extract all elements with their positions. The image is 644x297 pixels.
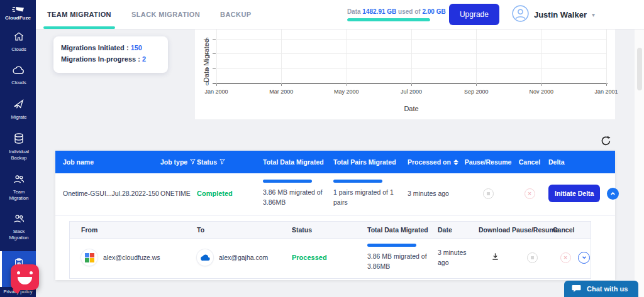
sidebar-item-individual-backup[interactable]: Individual Backup — [0, 127, 36, 166]
app-window: CloudFuze Clouds Clouds Migrate Individu… — [0, 0, 644, 297]
tab-backup[interactable]: BACKUP — [220, 0, 251, 29]
pairs-progress-bar — [333, 180, 382, 183]
x-tick-mark — [541, 84, 542, 86]
y-gridline — [216, 68, 606, 69]
col-from: From — [81, 226, 197, 234]
data-migrated-chart: Data Migrated 0246 Jan 2000Mar 2000May 2… — [195, 30, 615, 119]
x-gridline — [347, 30, 347, 84]
user-menu[interactable]: Justin Walker ▾ — [512, 5, 595, 24]
migration-stats-card: Migrations Initiated : 150 Migrations In… — [53, 36, 168, 73]
pause-resume-button[interactable] — [527, 252, 538, 263]
data-progress-bar — [263, 180, 312, 183]
refresh-button[interactable] — [597, 134, 614, 150]
filter-icon[interactable] — [219, 158, 225, 166]
usage-used: 1482.91 GB — [362, 8, 396, 15]
pairs-table-header: From To Status Total Data Migrated Date … — [70, 222, 591, 239]
cancel-button[interactable]: ✕ — [525, 188, 535, 199]
sidebar-item-clouds-home[interactable]: Clouds — [0, 26, 36, 58]
table-row: alex@cloudfuze.ws alex@gajha.com Process… — [70, 239, 591, 278]
migrations-inprogress: Migrations In-progress : 2 — [61, 55, 160, 63]
y-tick-mark — [213, 68, 216, 69]
delta-cell: Initiate Delta — [548, 185, 619, 202]
sidebar-item-label: Clouds — [11, 80, 26, 86]
migrations-initiated-value: 150 — [131, 44, 142, 51]
users-icon — [13, 214, 25, 226]
pairs-progress-text: 1 pairs migrated of 1 pairs — [333, 187, 396, 208]
y-tick-mark — [213, 83, 216, 84]
cancel-button[interactable]: ✕ — [560, 252, 571, 263]
job-name: Onetime-GSUI...Jul.28.2022-150 — [63, 190, 160, 197]
y-axis-label: Data Migrated — [203, 39, 210, 82]
pair-status: Processed — [292, 254, 367, 261]
refresh-icon — [601, 136, 611, 148]
sidebar-item-clouds[interactable]: Clouds — [0, 60, 36, 91]
col-to: To — [197, 226, 292, 234]
pause-resume-button[interactable] — [483, 188, 494, 199]
x-gridline — [541, 30, 542, 84]
pair-progress-text: 3.86 MB migrated of 3.86MB — [367, 251, 430, 272]
upgrade-button[interactable]: Upgrade — [449, 4, 499, 25]
tab-slack-migration[interactable]: SLACK MIGRATION — [131, 0, 200, 29]
y-gridline — [216, 53, 606, 54]
expand-row-button[interactable] — [578, 252, 590, 264]
x-axis-label: Date — [216, 105, 606, 112]
x-axis-line — [213, 83, 608, 84]
sort-icon[interactable] — [453, 159, 458, 165]
scrollbar-thumb[interactable] — [637, 48, 642, 90]
x-tick-label: Jan 2001 — [594, 89, 618, 95]
col-total-data-migrated: Total Data Migrated — [263, 158, 333, 166]
col-total-pairs-migrated: Total Pairs Migrated — [333, 158, 408, 166]
pause-icon — [487, 192, 490, 195]
chat-with-us-button[interactable]: Chat with us — [564, 281, 638, 297]
x-tick-label: Jul 2000 — [401, 89, 422, 95]
col-download: Download — [479, 226, 512, 234]
initiate-delta-button[interactable]: Initiate Delta — [548, 185, 600, 202]
chart-plot: 0246 — [216, 30, 606, 84]
x-tick-mark — [281, 84, 282, 86]
users-icon — [13, 175, 25, 186]
chat-bubble-icon — [572, 284, 581, 294]
y-tick-label: 4 — [206, 51, 209, 57]
col-cancel: Cancel — [553, 226, 578, 234]
col-total-data-migrated: Total Data Migrated — [367, 226, 438, 234]
x-tick-label: Sep 2000 — [464, 89, 489, 95]
x-gridline — [476, 30, 477, 84]
data-progress-text: 3.86 MB migrated of 3.86MB — [263, 187, 326, 208]
pause-icon — [531, 256, 534, 259]
avatar-icon — [512, 5, 529, 24]
pair-progress-bar — [367, 244, 416, 247]
col-status: Status — [197, 158, 263, 166]
sidebar-item-team-migration[interactable]: Team Migration — [0, 169, 36, 207]
tab-team-migration[interactable]: TEAM MIGRATION — [47, 0, 111, 29]
col-processed-on: Processed on — [408, 158, 465, 166]
col-pause-resume: Pause/Resume — [512, 226, 553, 234]
usage-prefix: Data — [347, 8, 361, 15]
col-job-type: Job type — [160, 158, 197, 166]
topbar: TEAM MIGRATION SLACK MIGRATION BACKUP Da… — [36, 0, 644, 30]
download-icon — [491, 252, 499, 262]
brand-name: CloudFuze — [0, 15, 36, 21]
usage-connector: used of — [398, 8, 421, 15]
sidebar-item-slack-migration[interactable]: Slack Migration — [0, 208, 36, 246]
sidebar-item-migrate[interactable]: Migrate — [0, 94, 36, 126]
x-tick-label: Jan 2000 — [204, 89, 228, 95]
collapse-row-button[interactable] — [607, 188, 619, 200]
top-tabs: TEAM MIGRATION SLACK MIGRATION BACKUP — [47, 0, 252, 29]
y-gridline — [216, 39, 606, 40]
data-usage-text: Data 1482.91 GB used of 2.00 GB — [347, 8, 430, 15]
processed-on: 3 minutes ago — [408, 190, 465, 197]
smiley-eye — [30, 271, 33, 274]
rocket-icon — [13, 99, 25, 112]
to-account: alex@gajha.com — [197, 249, 292, 266]
jobs-table-header: Job name Job type Status Total Data Migr… — [55, 151, 615, 173]
pair-date: 3 minutes ago — [438, 247, 472, 268]
to-email: alex@gajha.com — [219, 254, 268, 261]
download-button[interactable] — [491, 252, 499, 262]
col-delta: Delta — [548, 158, 615, 166]
user-name: Justin Walker — [534, 10, 587, 19]
job-status: Completed — [197, 190, 263, 197]
chat-launcher-icon[interactable] — [11, 264, 39, 290]
cloud-icon — [13, 66, 25, 77]
cancel-x-icon: ✕ — [564, 255, 568, 261]
filter-icon[interactable] — [190, 158, 196, 166]
